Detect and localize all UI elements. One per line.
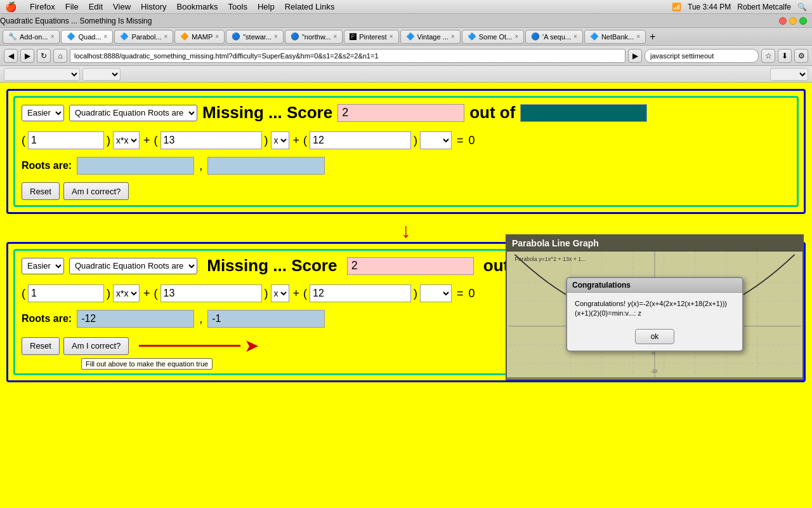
go-btn[interactable]: ▶ <box>628 49 642 63</box>
section2-op1-select[interactable]: x*x <box>113 284 140 302</box>
bookmarkbar <box>0 66 812 83</box>
menu-help[interactable]: Help <box>258 2 275 11</box>
section2-root2-input[interactable] <box>207 310 325 328</box>
section1-coeff-c[interactable] <box>310 131 411 149</box>
menu-file[interactable]: File <box>65 2 79 11</box>
section1-coeff-a[interactable] <box>28 131 104 149</box>
tab-addon-label: Add-on... <box>20 33 48 41</box>
search-input[interactable] <box>645 49 759 63</box>
section2-coeff-c[interactable] <box>310 284 411 302</box>
section1-coeff-b[interactable] <box>160 131 262 149</box>
close-window-btn[interactable] <box>779 17 787 25</box>
tab-northw-close[interactable]: × <box>333 33 337 40</box>
section2-op3-select[interactable] <box>420 284 452 302</box>
section2-coeff-b[interactable] <box>160 284 262 302</box>
tab-netbank[interactable]: 🔷 NetBank... × <box>584 30 646 44</box>
settings-btn[interactable]: ⚙ <box>794 49 808 63</box>
section2-check-btn[interactable]: Am I correct? <box>63 337 129 355</box>
section1-check-btn[interactable]: Am I correct? <box>63 182 129 200</box>
tab-pinterest-close[interactable]: × <box>390 33 393 40</box>
tab-northw[interactable]: 🔵 "northw... × <box>285 30 343 44</box>
tab-some-close[interactable]: × <box>514 33 518 40</box>
section2-comma: , <box>199 312 202 326</box>
clock: Tue 3:44 PM <box>688 3 731 11</box>
tab-quad[interactable]: 🔷 Quad... × <box>61 30 113 44</box>
back-btn[interactable]: ◀ <box>4 49 18 63</box>
parabola-graph-overlay: Parabola Line Graph <box>506 234 804 380</box>
section1-mode-select[interactable]: Quadratic Equation Roots are <box>69 105 197 121</box>
tab-pinterest[interactable]: 🅿 Pinterest × <box>344 30 398 44</box>
section1-result: 0 <box>469 134 475 147</box>
section2-mode-select[interactable]: Quadratic Equation Roots are <box>69 258 197 274</box>
section1-op2-select[interactable]: x <box>271 131 289 149</box>
forward-btn[interactable]: ▶ <box>20 49 34 63</box>
tab-netbank-close[interactable]: × <box>636 33 640 40</box>
bookmark-select-1[interactable] <box>4 68 80 81</box>
refresh-btn[interactable]: ↻ <box>37 49 51 63</box>
section1-root1-input[interactable] <box>77 157 194 175</box>
section1-root2-input[interactable] <box>207 157 325 175</box>
section1-reset-btn[interactable]: Reset <box>22 182 60 200</box>
tab-stewar-close[interactable]: × <box>274 33 278 40</box>
tab-sequ[interactable]: 🔵 'A sequ... × <box>525 30 583 44</box>
tab-quad-close[interactable]: × <box>104 33 108 40</box>
tab-vintage[interactable]: 🔷 Vintage ... × <box>400 30 461 44</box>
menu-related-links[interactable]: Related Links <box>285 2 335 11</box>
section2-reset-btn[interactable]: Reset <box>22 337 60 355</box>
tab-parabol-close[interactable]: × <box>164 33 168 40</box>
section1-paren-open: ( <box>22 134 25 147</box>
download-btn[interactable]: ⬇ <box>778 49 792 63</box>
tab-mamp-close[interactable]: × <box>215 33 219 40</box>
tab-vintage-close[interactable]: × <box>451 33 455 40</box>
fill-out-tooltip: Fill out above to make the equation true <box>81 358 213 370</box>
bookmark-star[interactable]: ☆ <box>761 49 775 63</box>
section2-score-value[interactable] <box>347 257 474 275</box>
section2-coeff-a[interactable] <box>28 284 104 302</box>
tab-some[interactable]: 🔷 Some Ot... × <box>462 30 524 44</box>
tabbar: 🔧 Add-on... × 🔷 Quad... × 🔷 Parabol... ×… <box>0 28 812 46</box>
svg-text:-10: -10 <box>650 368 658 374</box>
section2-paren-close: ) <box>107 287 110 300</box>
tab-sequ-close[interactable]: × <box>573 33 577 40</box>
menu-tools[interactable]: Tools <box>228 2 247 11</box>
menu-view[interactable]: View <box>113 2 131 11</box>
apple-menu[interactable]: 🍎 <box>5 1 17 13</box>
menu-bookmarks[interactable]: Bookmarks <box>177 2 218 11</box>
search-icon[interactable]: 🔍 <box>797 3 807 11</box>
tab-stewar[interactable]: 🔵 "stewar... × <box>226 30 284 44</box>
section2-root1-input[interactable] <box>77 310 194 328</box>
menu-firefox[interactable]: Firefox <box>30 2 55 11</box>
section1-outof-value[interactable] <box>520 104 647 122</box>
section1-difficulty-select[interactable]: Easier <box>22 105 64 121</box>
menubar: 🍎 Firefox File Edit View History Bookmar… <box>0 0 812 14</box>
tab-some-label: Some Ot... <box>479 33 513 41</box>
section2-op2-select[interactable]: x <box>271 284 289 302</box>
tab-addon-close[interactable]: × <box>51 33 55 40</box>
tab-vintage-icon: 🔷 <box>406 32 415 41</box>
tab-mamp[interactable]: 🔶 MAMP × <box>174 30 225 44</box>
menu-history[interactable]: History <box>141 2 166 11</box>
wifi-icon: 📶 <box>672 3 681 11</box>
tab-quad-label: Quad... <box>78 33 101 41</box>
bookmark-select-3[interactable] <box>770 68 808 81</box>
minimize-window-btn[interactable] <box>789 17 797 25</box>
section1-op3-select[interactable] <box>420 131 452 149</box>
tab-parabol[interactable]: 🔷 Parabol... × <box>114 30 173 44</box>
congrats-ok-btn[interactable]: ok <box>635 329 675 344</box>
tab-quad-icon: 🔷 <box>67 32 75 41</box>
tab-addon[interactable]: 🔧 Add-on... × <box>3 30 60 44</box>
section1-op1-select[interactable]: x*x <box>113 131 140 149</box>
section2-score-label: Missing ... Score <box>202 256 342 276</box>
section1-equals: = <box>457 134 464 147</box>
section2-outer-box: Easier Quadratic Equation Roots are Miss… <box>6 242 806 382</box>
section2-difficulty-select[interactable]: Easier <box>22 258 64 274</box>
maximize-window-btn[interactable] <box>799 17 807 25</box>
new-tab-btn[interactable]: + <box>650 31 655 43</box>
section2-roots-label: Roots are: <box>22 313 72 324</box>
home-btn[interactable]: ⌂ <box>53 49 67 63</box>
tab-pinterest-label: Pinterest <box>359 33 386 41</box>
bookmark-select-2[interactable] <box>82 68 121 81</box>
menu-edit[interactable]: Edit <box>89 2 103 11</box>
section1-score-value[interactable] <box>337 104 464 122</box>
address-input[interactable] <box>70 49 625 63</box>
